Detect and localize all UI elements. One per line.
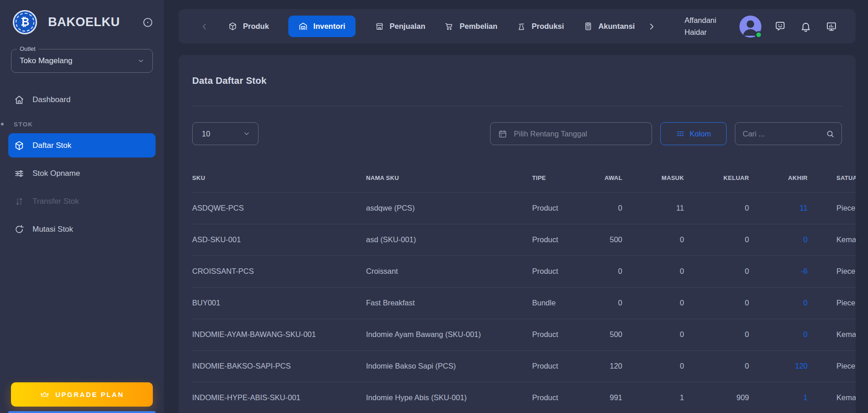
- cell-awal: 991: [578, 382, 622, 413]
- cell-tipe: Product: [532, 319, 578, 350]
- akhir-link[interactable]: 0: [749, 224, 808, 255]
- cell-satuan: Kemasan: [808, 224, 856, 255]
- cell-tipe: Product: [532, 382, 578, 413]
- tab-label: Produk: [243, 22, 269, 31]
- nav-scroll-left-icon[interactable]: [199, 22, 210, 32]
- sidebar-item-label: Mutasi Stok: [32, 225, 73, 234]
- warehouse-icon: [298, 22, 308, 31]
- search-input[interactable]: [743, 130, 825, 138]
- table-row: ASDQWE-PCSasdqwe (PCS)Product011011Piece: [192, 192, 856, 224]
- chevron-down-icon: [137, 57, 145, 65]
- user-block: Affandani Haidar: [685, 15, 837, 38]
- akhir-link[interactable]: -6: [749, 255, 808, 287]
- cell-keluar: 909: [684, 382, 749, 413]
- column-header-tipe: TIPE: [532, 145, 578, 192]
- tab-penjualan[interactable]: Penjualan: [375, 22, 426, 31]
- column-header-keluar: KELUAR: [684, 145, 749, 192]
- columns-button-label: Kolom: [690, 130, 711, 138]
- cell-masuk: 0: [622, 287, 684, 319]
- tab-label: Pembelian: [459, 22, 497, 31]
- upgrade-plan-button[interactable]: UPGRADE PLAN: [11, 382, 153, 407]
- sliders-icon: [14, 168, 25, 179]
- sidebar: ₿ BAKOELKU Outlet Toko Magelang Dashboar…: [0, 0, 164, 413]
- cell-satuan: Piece: [808, 287, 856, 319]
- search-icon[interactable]: [825, 129, 835, 139]
- page-title: Data Daftar Stok: [192, 75, 267, 86]
- cell-sku: CROISSANT-PCS: [192, 255, 366, 287]
- cell-satuan: Piece: [808, 192, 856, 224]
- cell-nama-sku: Croissant: [366, 255, 532, 287]
- cell-masuk: 0: [622, 255, 684, 287]
- table-row: ASD-SKU-001asd (SKU-001)Product500000Kem…: [192, 224, 856, 255]
- outlet-label: Outlet: [17, 45, 38, 52]
- cart-icon: [444, 22, 454, 31]
- sidebar-bottom-accent: [8, 411, 156, 413]
- feedback-chat-icon[interactable]: [774, 21, 786, 33]
- tab-produk[interactable]: Produk: [228, 22, 269, 31]
- cell-nama-sku: Indomie Bakso Sapi (PCS): [366, 350, 532, 382]
- tab-akuntansi[interactable]: Akuntansi: [583, 22, 635, 31]
- tab-label: Produksi: [532, 22, 564, 31]
- cell-tipe: Product: [532, 255, 578, 287]
- navbar-tabs: ProdukInventoriPenjualanPembelianProduks…: [228, 16, 635, 37]
- cell-nama-sku: Indomie Hype Abis (SKU-001): [366, 382, 532, 413]
- columns-icon: [676, 129, 685, 138]
- sidebar-item-mutasi-stok[interactable]: Mutasi Stok: [8, 217, 156, 241]
- akhir-link[interactable]: 0: [749, 287, 808, 319]
- user-name: Affandani Haidar: [685, 15, 732, 38]
- main-area: ProdukInventoriPenjualanPembelianProduks…: [164, 0, 868, 413]
- akhir-link[interactable]: 1: [749, 382, 808, 413]
- page-size-select[interactable]: 10: [192, 122, 259, 145]
- date-range-input[interactable]: Pilih Rentang Tanggal: [490, 122, 652, 145]
- cell-keluar: 0: [684, 350, 749, 382]
- calculator-icon: [583, 22, 593, 31]
- table-controls: 10 Pilih Rentang Tanggal Kolom: [192, 122, 842, 145]
- user-avatar[interactable]: [739, 16, 761, 38]
- table-row: INDOMIE-AYAM-BAWANG-SKU-001Indomie Ayam …: [192, 319, 856, 350]
- cell-sku: ASD-SKU-001: [192, 224, 366, 255]
- cell-tipe: Product: [532, 192, 578, 224]
- cell-satuan: Kemasan: [808, 319, 856, 350]
- akhir-link[interactable]: 11: [749, 192, 808, 224]
- cell-sku: INDOMIE-AYAM-BAWANG-SKU-001: [192, 319, 366, 350]
- sidebar-item-stok-opname[interactable]: Stok Opname: [8, 161, 156, 185]
- cell-masuk: 11: [622, 192, 684, 224]
- sidebar-item-label: Stok Opname: [32, 169, 80, 178]
- table-row: CROISSANT-PCSCroissantProduct000-6Piece: [192, 255, 856, 287]
- sidebar-item-daftar-stok[interactable]: Daftar Stok: [8, 133, 156, 158]
- cell-nama-sku: asdqwe (PCS): [366, 192, 532, 224]
- notifications-bell-icon[interactable]: [800, 21, 812, 33]
- cell-sku: INDOMIE-HYPE-ABIS-SKU-001: [192, 382, 366, 413]
- column-header-awal: AWAL: [578, 145, 622, 192]
- cell-keluar: 0: [684, 192, 749, 224]
- table-header-row: SKUNAMA SKUTIPEAWALMASUKKELUARAKHIRSATUA…: [192, 145, 856, 192]
- akhir-link[interactable]: 120: [749, 350, 808, 382]
- display-monitor-icon[interactable]: [825, 21, 837, 33]
- sidebar-menu: Dashboard STOK Daftar StokStok OpnameTra…: [0, 87, 164, 241]
- cell-tipe: Product: [532, 224, 578, 255]
- cell-awal: 0: [578, 192, 622, 224]
- navbar-icon-buttons: [774, 21, 837, 33]
- cell-keluar: 0: [684, 319, 749, 350]
- table-body: ASDQWE-PCSasdqwe (PCS)Product011011Piece…: [192, 192, 856, 413]
- sidebar-toggle-icon[interactable]: [142, 16, 154, 28]
- cell-sku: ASDQWE-PCS: [192, 192, 366, 224]
- cell-keluar: 0: [684, 224, 749, 255]
- tab-label: Akuntansi: [598, 22, 635, 31]
- bitcoin-symbol: ₿: [21, 16, 29, 28]
- outlet-select[interactable]: Outlet Toko Magelang: [11, 49, 153, 73]
- tab-produksi[interactable]: Produksi: [517, 22, 564, 31]
- stock-table: SKUNAMA SKUTIPEAWALMASUKKELUARAKHIRSATUA…: [192, 145, 856, 413]
- columns-button[interactable]: Kolom: [660, 122, 727, 145]
- tab-pembelian[interactable]: Pembelian: [444, 22, 497, 31]
- akhir-link[interactable]: 0: [749, 319, 808, 350]
- cell-masuk: 1: [622, 382, 684, 413]
- sidebar-item-dashboard[interactable]: Dashboard: [8, 87, 156, 112]
- cell-tipe: Bundle: [532, 287, 578, 319]
- nav-scroll-right-icon[interactable]: [647, 22, 657, 32]
- cell-awal: 120: [578, 350, 622, 382]
- sidebar-item-transfer-stok[interactable]: Transfer Stok: [8, 189, 156, 213]
- column-header-nama-sku: NAMA SKU: [366, 145, 532, 192]
- tab-inventori[interactable]: Inventori: [288, 16, 356, 37]
- page-size-value: 10: [202, 130, 210, 138]
